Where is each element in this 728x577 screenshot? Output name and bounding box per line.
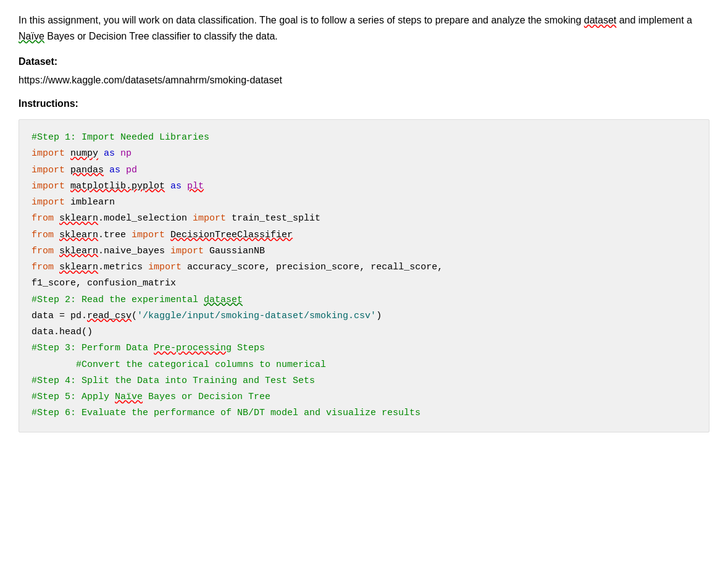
code-line-8: from sklearn.naive_bayes import Gaussian… [31, 243, 697, 259]
code-line-14: #Step 3: Perform Data Pre-processing Ste… [31, 340, 697, 356]
code-line-9: from sklearn.metrics import accuracy_sco… [31, 259, 697, 276]
dataset-url: https://www.kaggle.com/datasets/amnahrm/… [19, 75, 709, 86]
code-line-16: #Step 4: Split the Data into Training an… [31, 373, 697, 389]
code-line-7: from sklearn.tree import DecisionTreeCla… [31, 227, 697, 243]
code-line-3: import pandas as pd [31, 162, 697, 179]
code-line-4: import matplotlib.pyplot as plt [31, 179, 697, 195]
code-line-6: from sklearn.model_selection import trai… [31, 211, 697, 227]
code-line-2: import numpy as np [31, 146, 697, 162]
code-line-13: data.head() [31, 324, 697, 340]
dataset-heading: Dataset: [19, 56, 709, 67]
code-line-17: #Step 5: Apply Naïve Bayes or Decision T… [31, 389, 697, 405]
code-block: #Step 1: Import Needed Libraries import … [19, 119, 709, 432]
code-line-18: #Step 6: Evaluate the performance of NB/… [31, 405, 697, 421]
code-line-10: f1_score, confusion_matrix [31, 276, 697, 292]
code-line-12: data = pd.read_csv('/kaggle/input/smokin… [31, 308, 697, 324]
code-line-1: #Step 1: Import Needed Libraries [31, 130, 697, 146]
code-line-11: #Step 2: Read the experimental dataset [31, 292, 697, 308]
code-line-5: import imblearn [31, 195, 697, 211]
intro-paragraph: In this assignment, you will work on dat… [19, 12, 709, 44]
code-line-15: #Convert the categorical columns to nume… [31, 357, 697, 373]
instructions-heading: Instructions: [19, 98, 709, 109]
